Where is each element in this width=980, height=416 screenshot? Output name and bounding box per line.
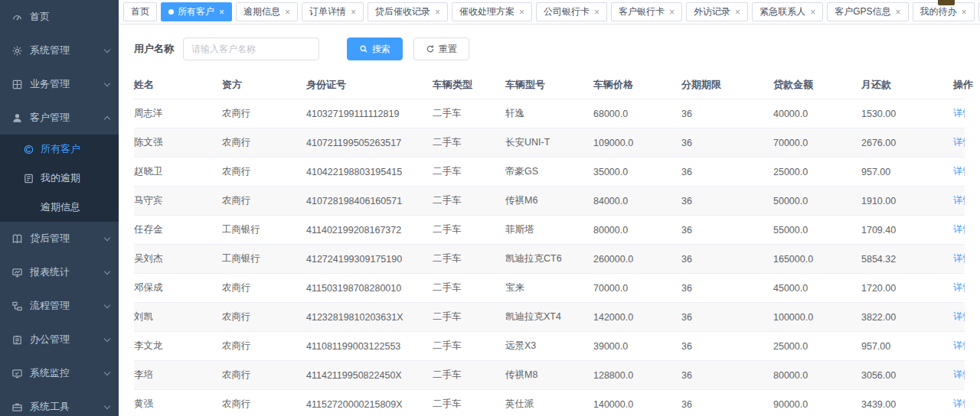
close-icon[interactable]: × bbox=[895, 8, 900, 17]
tab[interactable]: 外访记录 × bbox=[686, 2, 748, 21]
cell-vehicle-model: 轩逸 bbox=[505, 99, 593, 128]
cell-id-card: 410422198803195415 bbox=[306, 158, 433, 187]
detail-link[interactable]: 详情 bbox=[953, 108, 965, 119]
sidebar-item[interactable]: 系统管理 bbox=[0, 34, 119, 67]
cell-vehicle-type: 二手车 bbox=[433, 216, 505, 245]
customer-name-input[interactable] bbox=[183, 37, 319, 60]
cell-name: 周志洋 bbox=[134, 99, 222, 128]
customer-table: 姓名 资方 身份证号 车辆类型 车辆型号 车辆价格 分期期限 贷款金额 月还款 … bbox=[134, 71, 965, 416]
sidebar-item[interactable]: 流程管理 bbox=[0, 289, 119, 323]
cell-loan-amount: 45000.0 bbox=[773, 274, 861, 303]
close-icon[interactable]: × bbox=[594, 8, 599, 17]
table-row: 陈文强 农商行 410721199505263517 二手车 长安UNI-T 1… bbox=[134, 128, 965, 158]
cell-vehicle-type: 二手车 bbox=[433, 99, 505, 128]
sidebar-item-label: 业务管理 bbox=[30, 77, 105, 91]
tab[interactable]: 逾期信息 × bbox=[236, 2, 298, 21]
cell-loan-amount: 25000.0 bbox=[773, 158, 861, 187]
sidebar-item-label: 所有客户 bbox=[41, 142, 109, 156]
cell-vehicle-price: 68000.0 bbox=[593, 99, 681, 128]
tab[interactable]: 贷后催收记录 × bbox=[368, 2, 448, 21]
table-row: 马守宾 农商行 410728198406160571 二手车 传祺M6 8400… bbox=[134, 187, 965, 216]
close-icon[interactable]: × bbox=[219, 8, 224, 17]
detail-link[interactable]: 详情 bbox=[953, 166, 965, 177]
cell-name: 邓保成 bbox=[134, 274, 222, 303]
cell-monthly-payment: 1709.40 bbox=[861, 216, 953, 245]
detail-link[interactable]: 详情 bbox=[953, 340, 965, 351]
sidebar-item[interactable]: 首页 bbox=[0, 0, 119, 34]
cell-vehicle-type: 二手车 bbox=[433, 361, 505, 390]
close-icon[interactable]: × bbox=[735, 8, 740, 17]
tab[interactable]: 首页 bbox=[123, 2, 157, 21]
tab[interactable]: 订单详情 × bbox=[302, 2, 364, 21]
detail-link[interactable]: 详情 bbox=[953, 369, 965, 380]
close-icon[interactable]: × bbox=[669, 8, 675, 17]
sidebar-item[interactable]: 所有客户 bbox=[0, 135, 119, 164]
close-icon[interactable]: × bbox=[962, 8, 967, 17]
sidebar: 首页 系统管理 业务管理 客户管理 所有客户 我的逾期 逾期信息 bbox=[0, 0, 119, 416]
reset-button[interactable]: 重置 bbox=[413, 37, 469, 60]
cell-vehicle-model: 凯迪拉克CT6 bbox=[505, 245, 593, 274]
tab[interactable]: 公司银行卡 × bbox=[536, 2, 607, 21]
tools-icon bbox=[11, 401, 23, 413]
chevron-icon bbox=[104, 268, 110, 274]
close-icon[interactable]: × bbox=[810, 8, 815, 17]
tab[interactable]: 紧急联系人 × bbox=[752, 2, 823, 21]
detail-link[interactable]: 详情 bbox=[953, 282, 965, 293]
cell-vehicle-price: 140000.0 bbox=[593, 390, 681, 416]
tab[interactable]: 客户银行卡 × bbox=[611, 2, 682, 21]
reset-button-label: 重置 bbox=[439, 43, 457, 56]
cell-vehicle-model: 传祺M6 bbox=[505, 187, 593, 216]
tab-bar: 首页 所有客户 × 逾期信息 × 订单详情 × 贷后催收记录 × 催收处理方案 … bbox=[119, 0, 980, 24]
cell-loan-amount: 80000.0 bbox=[773, 361, 861, 390]
tab-label: 客户银行卡 bbox=[619, 5, 665, 18]
cell-vehicle-price: 80000.0 bbox=[593, 216, 681, 245]
cell-vehicle-model: 传祺M8 bbox=[505, 361, 593, 390]
search-button[interactable]: 搜索 bbox=[347, 37, 403, 60]
home-icon bbox=[11, 11, 23, 23]
cell-vehicle-price: 142000.0 bbox=[593, 303, 681, 332]
close-icon[interactable]: × bbox=[435, 8, 440, 17]
cell-id-card: 41142119950822450X bbox=[306, 361, 433, 390]
cell-funder: 农商行 bbox=[222, 332, 306, 361]
close-icon[interactable]: × bbox=[351, 8, 356, 17]
close-icon[interactable]: × bbox=[285, 8, 290, 17]
sidebar-item-label: 首页 bbox=[30, 10, 109, 24]
cell-vehicle-model: 长安UNI-T bbox=[505, 128, 593, 158]
cell-vehicle-model: 菲斯塔 bbox=[505, 216, 593, 245]
sidebar-item[interactable]: 逾期信息 bbox=[0, 193, 119, 222]
detail-link[interactable]: 详情 bbox=[953, 311, 965, 322]
sidebar-item[interactable]: 报表统计 bbox=[0, 255, 119, 289]
cell-name: 任存金 bbox=[134, 216, 222, 245]
detail-link[interactable]: 详情 bbox=[953, 253, 965, 264]
table-row: 黄强 农商行 41152720000215809X 二手车 英仕派 140000… bbox=[134, 390, 965, 416]
sidebar-item[interactable]: 客户管理 bbox=[0, 101, 119, 135]
sidebar-item[interactable]: 业务管理 bbox=[0, 67, 119, 101]
cell-id-card: 411081199003122553 bbox=[306, 332, 433, 361]
customers-icon bbox=[23, 143, 34, 155]
tab-label: 我的待办 bbox=[920, 5, 957, 18]
close-icon[interactable]: × bbox=[519, 8, 524, 17]
tab-label: 客户GPS信息 bbox=[835, 5, 890, 18]
cell-vehicle-price: 70000.0 bbox=[593, 274, 681, 303]
sidebar-item[interactable]: 我的逾期 bbox=[0, 164, 119, 193]
detail-link[interactable]: 详情 bbox=[953, 398, 965, 409]
detail-link[interactable]: 详情 bbox=[953, 224, 965, 235]
cell-vehicle-type: 二手车 bbox=[433, 187, 505, 216]
col-vehicle-price: 车辆价格 bbox=[593, 71, 681, 99]
sidebar-item[interactable]: 系统监控 bbox=[0, 356, 119, 390]
cell-funder: 农商行 bbox=[222, 274, 306, 303]
tab[interactable]: 所有客户 × bbox=[161, 2, 232, 21]
sidebar-item[interactable]: 办公管理 bbox=[0, 323, 119, 356]
sidebar-item[interactable]: 贷后管理 bbox=[0, 222, 119, 255]
sidebar-item[interactable]: 系统工具 bbox=[0, 390, 119, 416]
detail-link[interactable]: 详情 bbox=[953, 195, 965, 206]
tab[interactable]: 催收处理方案 × bbox=[452, 2, 532, 21]
cell-term: 36 bbox=[681, 99, 773, 128]
tab[interactable]: 客户GPS信息 × bbox=[827, 2, 908, 21]
loan-icon bbox=[11, 232, 23, 245]
cell-vehicle-model: 远景X3 bbox=[505, 332, 593, 361]
cell-loan-amount: 90000.0 bbox=[773, 390, 861, 416]
cell-funder: 农商行 bbox=[222, 128, 306, 158]
detail-link[interactable]: 详情 bbox=[953, 137, 965, 148]
sidebar-item-label: 逾期信息 bbox=[41, 200, 109, 214]
